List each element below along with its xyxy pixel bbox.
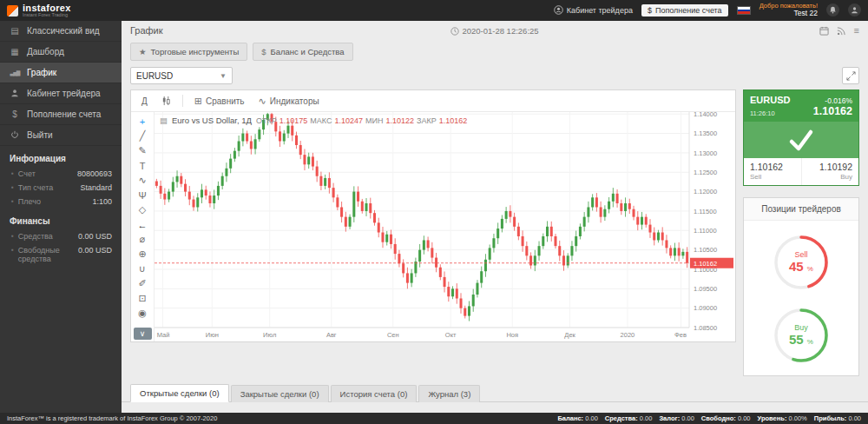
sidebar-item-chart[interactable]: ▃▅▇ График (0, 63, 122, 83)
chart-card: Д ⊞ Сравнить ∿ Индикаторы +╱✎T∿Ψ◇←⌀⊕∪✐⊡◉… (130, 89, 736, 342)
fullscreen-button[interactable] (842, 67, 859, 84)
zoom-tool-icon[interactable]: ⊕ (134, 247, 152, 262)
symbol-select-row: EURUSD ▼ (122, 63, 868, 89)
shapes-tool-icon[interactable]: ◇ (134, 202, 152, 217)
sell-quote-button[interactable]: 1.10162 Sell (744, 158, 801, 185)
logo-subtitle: Instant Forex Trading (23, 13, 71, 18)
buy-donut: Buy 55 % (770, 304, 832, 367)
content-row: Д ⊞ Сравнить ∿ Индикаторы +╱✎T∿Ψ◇←⌀⊕∪✐⊡◉… (122, 89, 868, 376)
wave-pattern-tool-icon[interactable]: ∿ (134, 173, 152, 188)
candlestick-chart[interactable]: 1.140001.135001.130001.125001.120001.115… (155, 112, 734, 341)
tab-open-trades[interactable]: Открытые сделки (0) (130, 384, 229, 402)
arrow-tool-icon[interactable]: ← (134, 217, 152, 232)
dashboard-icon: ▦ (10, 47, 20, 56)
indicators-icon: ∿ (259, 96, 266, 107)
info-row-leverage: ▪Плечо 1:100 (0, 195, 122, 209)
leverage-value: 1:100 (92, 197, 112, 206)
svg-text:Июл: Июл (263, 331, 276, 339)
compare-icon: ⊞ (194, 96, 202, 107)
trader-cabinet-link[interactable]: Кабинет трейдера (554, 5, 633, 15)
svg-text:1.09000: 1.09000 (694, 304, 717, 312)
quote-card-eurusd[interactable]: EURUSD -0.016% 11:26:10 1.10162 1.10162 … (743, 89, 859, 186)
draw-mode-tool-icon[interactable]: ✐ (134, 276, 152, 291)
more-tools-button[interactable]: ∨ (134, 328, 152, 340)
tab-account-history[interactable]: История счета (0) (331, 385, 418, 402)
text-tool-icon[interactable]: T (134, 158, 152, 173)
chart-bars-icon: ▃▅▇ (10, 70, 20, 76)
bullet-icon: ▪ (11, 169, 14, 178)
sell-label: Sell (750, 173, 795, 181)
trading-instruments-button[interactable]: ★ Торговые инструменты (130, 43, 247, 61)
legend-menu-icon[interactable]: ▤ (160, 116, 168, 125)
buy-percent: 55 (789, 332, 804, 347)
finance-row-free-margin: ▪Свободные средства 0.00 USD (0, 243, 122, 266)
chart-plot-area[interactable]: ▤ Euro vs US Dollar, 1Д ОТКР1.10175 МАКС… (155, 112, 735, 341)
sidebar-item-trader-cabinet[interactable]: Кабинет трейдера (0, 83, 122, 104)
sidebar-item-label: Пополнение счета (27, 109, 101, 119)
buy-label: Buy (808, 173, 853, 181)
server-datetime: 2020-01-28 12:26:25 (122, 26, 868, 36)
buy-quote-button[interactable]: 1.10192 Buy (801, 158, 859, 185)
sidebar-item-dashboard[interactable]: ▦ Дашборд (0, 42, 122, 63)
instaforex-logo[interactable]: instaforex Instant Forex Trading (7, 3, 71, 18)
open-value: 1.10175 (279, 116, 308, 125)
bell-icon (829, 6, 837, 14)
close-value: 1.10162 (439, 116, 468, 125)
measure-tool-icon[interactable]: ⌀ (134, 232, 152, 247)
chevron-down-icon: ▼ (220, 72, 227, 80)
finance-section-header: Финансы (0, 209, 122, 229)
account-type: Standard (80, 183, 112, 192)
sidebar-item-label: Классический вид (27, 26, 100, 36)
svg-text:1.12000: 1.12000 (694, 188, 717, 195)
menu-icon[interactable]: ≡ (854, 25, 859, 36)
account-number: 80800693 (77, 169, 112, 178)
quote-time: 11:26:10 (750, 109, 775, 117)
compare-button[interactable]: ⊞ Сравнить (189, 94, 250, 109)
pitchfork-tool-icon[interactable]: Ψ (134, 188, 152, 202)
main-header: График 2020-01-28 12:26:25 ≡ (122, 21, 868, 40)
bullet-icon: ▪ (11, 183, 14, 192)
star-icon: ★ (139, 47, 147, 56)
info-row-account-type: ▪Тип счета Standard (0, 181, 122, 195)
dollar-icon: $ (261, 47, 266, 56)
footer-bar: InstaForex™ is a registered trademark of… (0, 413, 868, 424)
tab-closed-trades[interactable]: Закрытые сделки (0) (231, 385, 329, 402)
notifications-button[interactable] (826, 3, 839, 17)
balance-funds-button[interactable]: $ Баланс и Средства (253, 43, 352, 61)
language-flag-ru[interactable] (737, 6, 751, 15)
rss-icon[interactable] (837, 26, 846, 36)
low-value: 1.10122 (385, 116, 414, 125)
symbol-select[interactable]: EURUSD ▼ (130, 67, 233, 84)
sidebar-item-deposit[interactable]: $ Пополнение счета (0, 104, 122, 125)
svg-text:1.14000: 1.14000 (694, 112, 717, 118)
indicators-label: Индикаторы (270, 96, 319, 106)
user-avatar-button[interactable] (848, 3, 861, 17)
page-title: График (130, 25, 163, 36)
trendline-tool-icon[interactable]: ╱ (134, 129, 152, 143)
expand-icon (846, 71, 856, 81)
power-icon (10, 130, 20, 141)
tab-journal[interactable]: Журнал (3) (418, 385, 480, 402)
svg-text:1.10500: 1.10500 (694, 246, 717, 254)
deposit-button[interactable]: $ Пополнение счета (641, 4, 728, 17)
sidebar-item-classic-view[interactable]: ▤ Классический вид (0, 21, 122, 42)
sell-percent: 45 (789, 259, 804, 274)
brush-tool-icon[interactable]: ✎ (134, 143, 152, 158)
calendar-icon[interactable] (819, 26, 829, 36)
bottom-tabs-bar: Открытые сделки (0) Закрытые сделки (0) … (122, 384, 868, 402)
eye-tool-icon[interactable]: ◉ (134, 306, 152, 321)
svg-text:Июн: Июн (206, 331, 219, 339)
info-section-header: Информация (0, 146, 122, 167)
lock-tool-icon[interactable]: ⊡ (134, 291, 152, 306)
chart-type-button[interactable] (156, 94, 176, 108)
magnet-tool-icon[interactable]: ∪ (134, 262, 152, 276)
free-margin-value: 0.00 USD (78, 246, 112, 255)
sidebar-item-logout[interactable]: Выйти (0, 125, 122, 146)
classic-view-icon: ▤ (10, 26, 20, 36)
svg-text:Ноя: Ноя (506, 331, 518, 339)
interval-button[interactable]: Д (136, 95, 153, 108)
crosshair-tool-icon[interactable]: + (134, 114, 152, 129)
deposit-label: Пополнение счета (655, 6, 722, 15)
dollar-icon: $ (10, 109, 20, 119)
indicators-button[interactable]: ∿ Индикаторы (253, 94, 325, 109)
